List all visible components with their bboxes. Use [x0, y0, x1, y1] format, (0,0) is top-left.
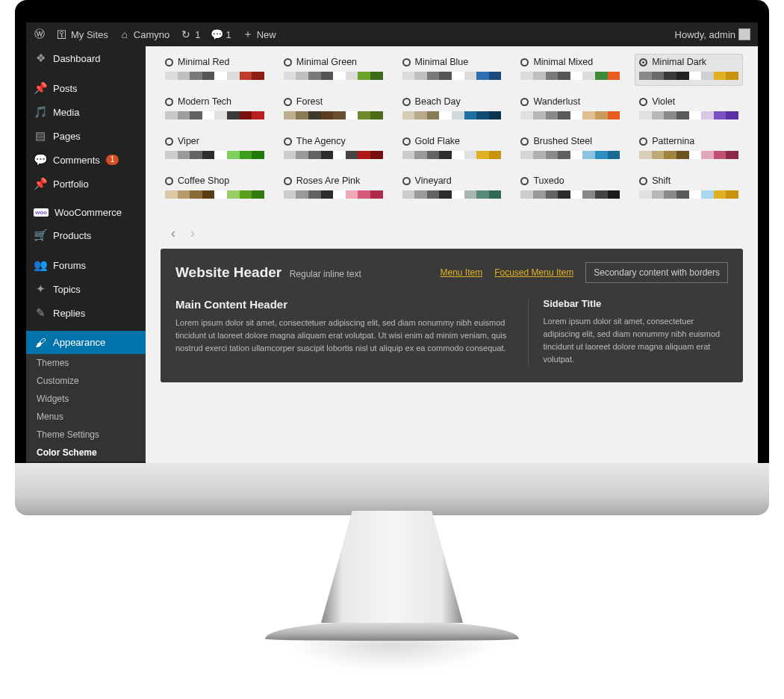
color-swatch — [533, 111, 546, 119]
swatch-row — [639, 111, 738, 119]
scheme-card-gold-flake[interactable]: Gold Flake — [398, 133, 506, 165]
color-swatch — [346, 190, 358, 199]
preview-menu-item[interactable]: Menu Item — [440, 267, 482, 278]
scheme-card-roses-are-pink[interactable]: Roses Are Pink — [279, 173, 388, 205]
color-swatch — [726, 72, 738, 80]
submenu-item-theme-settings[interactable]: Theme Settings — [26, 426, 146, 444]
wp-logo[interactable]: ⓦ — [34, 28, 46, 40]
scheme-card-forest[interactable]: Forest — [279, 93, 388, 125]
submenu-item-color-scheme[interactable]: Color Scheme — [26, 444, 146, 462]
swatch-row — [402, 111, 502, 119]
scheme-name: Minimal Dark — [652, 57, 706, 67]
comments-link[interactable]: 💬1 — [211, 28, 231, 40]
color-swatch — [595, 151, 608, 159]
sidebar-item-label: Posts — [53, 83, 78, 94]
sidebar-item-products[interactable]: 🛒Products — [26, 223, 146, 247]
color-swatch — [284, 151, 296, 159]
account-link[interactable]: Howdy, admin — [675, 28, 750, 40]
sidebar-item-label: Products — [53, 230, 91, 241]
color-swatch — [595, 111, 608, 119]
submenu-item-widgets[interactable]: Widgets — [26, 390, 146, 408]
submenu-item-menus[interactable]: Menus — [26, 408, 146, 426]
color-swatch — [464, 111, 477, 119]
submenu-item-themes[interactable]: Themes — [26, 354, 146, 372]
radio-icon — [402, 177, 411, 185]
color-swatch — [308, 151, 321, 159]
scheme-card-brushed-steel[interactable]: Brushed Steel — [516, 133, 624, 165]
scheme-card-tuxedo[interactable]: Tuxedo — [516, 173, 624, 205]
my-sites-link[interactable]: ⚿My Sites — [56, 28, 108, 40]
color-swatch — [639, 190, 652, 199]
sidebar-item-dashboard[interactable]: ❖Dashboard — [26, 46, 146, 70]
sidebar-item-media[interactable]: 🎵Media — [26, 100, 146, 124]
scheme-card-minimal-mixed[interactable]: Minimal Mixed — [516, 54, 624, 86]
color-swatch — [240, 190, 252, 199]
scheme-name: Shift — [652, 175, 671, 186]
radio-icon — [165, 58, 173, 66]
color-swatch — [165, 72, 178, 80]
sidebar-item-forums[interactable]: 👥Forums — [26, 253, 146, 277]
site-name-link[interactable]: ⌂Camyno — [119, 28, 169, 40]
next-button[interactable]: › — [190, 226, 195, 241]
color-swatch — [639, 72, 652, 80]
color-swatch — [520, 72, 533, 80]
color-swatch — [346, 151, 358, 159]
submenu-item-customize[interactable]: Customize — [26, 372, 146, 390]
sidebar-item-label: WooCommerce — [55, 207, 122, 218]
scheme-card-vineyard[interactable]: Vineyard — [398, 173, 506, 205]
color-swatch — [190, 151, 202, 159]
sidebar-item-woocommerce[interactable]: wooWooCommerce — [26, 202, 146, 223]
scheme-card-viper[interactable]: Viper — [161, 133, 269, 165]
color-swatch — [178, 190, 190, 199]
scheme-card-wanderlust[interactable]: Wanderlust — [516, 93, 624, 125]
radio-icon — [165, 137, 173, 146]
sidebar-item-topics[interactable]: ✦Topics — [26, 277, 146, 301]
color-swatch — [701, 72, 714, 80]
scheme-card-minimal-dark[interactable]: Minimal Dark — [635, 54, 743, 86]
color-swatch — [570, 190, 583, 199]
color-swatch — [414, 72, 427, 80]
sidebar-item-appearance[interactable]: 🖌Appearance — [26, 331, 146, 354]
preview-menu-item-focused[interactable]: Focused Menu Item — [494, 267, 573, 278]
scheme-card-violet[interactable]: Violet — [635, 93, 743, 125]
color-swatch — [558, 111, 570, 119]
preview-secondary-box[interactable]: Secondary content with borders — [585, 262, 728, 283]
sidebar-item-pages[interactable]: ▤Pages — [26, 124, 146, 148]
scheme-card-minimal-red[interactable]: Minimal Red — [161, 54, 269, 86]
color-swatch — [439, 72, 452, 80]
color-swatch — [190, 190, 202, 199]
new-content-link[interactable]: ＋New — [242, 28, 276, 40]
scheme-card-patternina[interactable]: Patternina — [635, 133, 743, 165]
color-swatch — [520, 111, 533, 119]
scheme-name: The Agency — [296, 136, 346, 146]
color-swatch — [664, 151, 676, 159]
scheme-card-minimal-green[interactable]: Minimal Green — [279, 54, 388, 86]
scheme-card-the-agency[interactable]: The Agency — [279, 133, 388, 165]
sidebar-item-comments[interactable]: 💬Comments1 — [26, 148, 146, 172]
color-swatch — [308, 190, 321, 199]
color-swatch — [252, 190, 264, 199]
color-swatch — [582, 190, 595, 199]
scheme-card-modern-tech[interactable]: Modern Tech — [161, 93, 269, 125]
color-swatch — [689, 151, 702, 159]
sidebar-item-portfolio[interactable]: 📌Portfolio — [26, 172, 146, 196]
color-swatch — [252, 151, 264, 159]
scheme-card-beach-day[interactable]: Beach Day — [398, 93, 506, 125]
color-swatch — [333, 190, 346, 199]
scheme-card-shift[interactable]: Shift — [635, 173, 743, 205]
page-icon: ▤ — [34, 129, 47, 143]
updates-link[interactable]: ↻1 — [180, 28, 200, 40]
preview-menu: Menu Item Focused Menu Item Secondary co… — [440, 262, 728, 283]
scheme-card-coffee-shop[interactable]: Coffee Shop — [161, 173, 269, 205]
color-swatch — [227, 151, 240, 159]
scheme-card-minimal-blue[interactable]: Minimal Blue — [398, 54, 506, 86]
sidebar-item-replies[interactable]: ✎Replies — [26, 301, 146, 325]
prev-button[interactable]: ‹ — [171, 226, 175, 241]
color-swatch — [476, 151, 489, 159]
avatar-icon — [738, 28, 750, 40]
sidebar-item-posts[interactable]: 📌Posts — [26, 76, 146, 100]
wp-admin-bar: ⓦ ⚿My Sites ⌂Camyno ↻1 💬1 ＋New Howdy, ad… — [26, 22, 758, 46]
color-swatch — [726, 111, 738, 119]
color-swatch — [726, 151, 738, 159]
sidebar-item-label: Comments — [53, 155, 100, 166]
